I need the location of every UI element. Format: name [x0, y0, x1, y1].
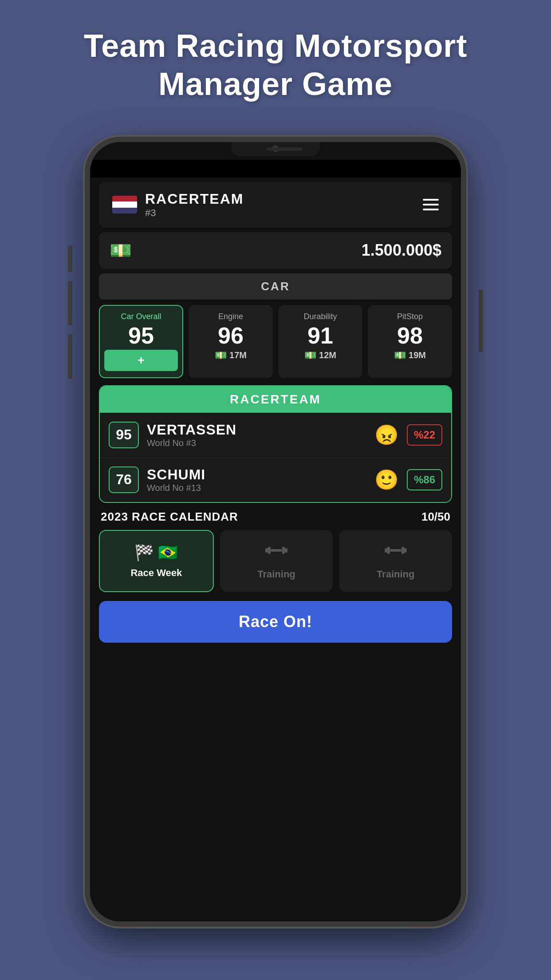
- driver2-name: SCHUMI: [147, 466, 366, 483]
- team-section-body: 95 VERTASSEN World No #3 😠 %22 76: [100, 413, 451, 502]
- engine-value: 96: [218, 324, 244, 347]
- durability-label: Durability: [303, 312, 337, 321]
- header-left: RACERTEAM #3: [112, 191, 244, 219]
- car-section-label: CAR: [99, 273, 452, 300]
- money-bar: 💵 1.500.000$: [99, 232, 452, 269]
- calendar-title: 2023 RACE CALENDAR: [101, 510, 238, 524]
- calendar-item-training-1[interactable]: Training: [220, 530, 333, 592]
- phone-mockup: RACERTEAM #3 💵 1.500.000$ CAR: [76, 121, 475, 942]
- brazil-flag-icon: 🇧🇷: [158, 543, 178, 562]
- driver1-mood-icon: 😠: [374, 423, 399, 447]
- flag-stripe-white: [112, 202, 137, 208]
- driver1-world: World No #3: [147, 438, 366, 448]
- calendar-items: 🏁 🇧🇷 Race Week: [99, 530, 452, 592]
- upgrade-button[interactable]: +: [104, 350, 178, 371]
- race-on-button[interactable]: Race On!: [99, 601, 452, 643]
- driver-row-2[interactable]: 76 SCHUMI World No #13 🙂 %86: [100, 458, 451, 502]
- calendar-item-race-week[interactable]: 🏁 🇧🇷 Race Week: [99, 530, 214, 592]
- driver1-stamina: %22: [407, 424, 442, 446]
- volume-down-button: [68, 245, 72, 272]
- team-flag: [112, 196, 137, 213]
- race-week-icons: 🏁 🇧🇷: [134, 543, 178, 562]
- engine-cost-icon: 💵: [215, 350, 227, 361]
- driver-row-1[interactable]: 95 VERTASSEN World No #3 😠 %22: [100, 413, 451, 458]
- flag-stripe-blue: [112, 208, 137, 213]
- durability-cost-icon: 💵: [304, 350, 316, 361]
- phone-content: RACERTEAM #3 💵 1.500.000$ CAR: [90, 142, 461, 921]
- training2-icon: [385, 541, 407, 563]
- page-title: Team Racing Motorsport Manager Game: [48, 0, 503, 121]
- durability-cost-value: 12M: [319, 350, 336, 360]
- engine-label: Engine: [218, 312, 243, 321]
- training1-icon: [265, 541, 287, 563]
- svg-rect-9: [403, 548, 407, 553]
- money-icon: 💵: [110, 240, 132, 261]
- team-number: #3: [145, 207, 244, 219]
- calendar-header: 2023 RACE CALENDAR 10/50: [99, 510, 452, 524]
- engine-card: Engine 96 💵 17M: [189, 305, 273, 378]
- menu-line-top: [423, 199, 439, 201]
- svg-rect-6: [387, 547, 390, 554]
- volume-up-button: [68, 281, 72, 325]
- calendar-item-training-2[interactable]: Training: [339, 530, 452, 592]
- team-section-header: RACERTEAM: [100, 386, 451, 413]
- engine-cost-value: 17M: [229, 350, 247, 360]
- driver2-info: SCHUMI World No #13: [147, 466, 366, 493]
- team-section: RACERTEAM 95 VERTASSEN World No #3 😠 %22: [99, 385, 452, 503]
- calendar-progress: 10/50: [421, 510, 450, 524]
- app-header: RACERTEAM #3: [99, 182, 452, 228]
- race-week-label: Race Week: [130, 567, 182, 579]
- pitstop-value: 98: [397, 324, 423, 347]
- svg-rect-7: [390, 549, 401, 552]
- phone-notch: [231, 142, 320, 156]
- flag-stripe-red: [112, 196, 137, 202]
- driver2-rating: 76: [109, 466, 139, 493]
- svg-rect-1: [268, 547, 271, 554]
- training2-label: Training: [377, 569, 415, 580]
- car-overall-card: Car Overall 95 +: [99, 305, 183, 378]
- driver2-stamina: %86: [407, 469, 442, 490]
- driver2-mood-icon: 🙂: [374, 468, 399, 491]
- power-button: [479, 290, 483, 352]
- menu-line-bot: [423, 209, 439, 210]
- driver2-world: World No #13: [147, 483, 366, 493]
- driver1-rating: 95: [109, 422, 139, 448]
- pitstop-cost-icon: 💵: [394, 350, 406, 361]
- training1-label: Training: [257, 569, 295, 580]
- phone-frame: RACERTEAM #3 💵 1.500.000$ CAR: [85, 137, 466, 927]
- hamburger-menu-button[interactable]: [423, 199, 439, 210]
- team-name: RACERTEAM: [145, 191, 244, 207]
- svg-rect-4: [284, 548, 287, 553]
- driver1-info: VERTASSEN World No #3: [147, 422, 366, 448]
- pitstop-cost-value: 19M: [409, 350, 426, 360]
- durability-card: Durability 91 💵 12M: [278, 305, 362, 378]
- driver1-name: VERTASSEN: [147, 422, 366, 438]
- svg-rect-2: [271, 549, 282, 552]
- overall-value: 95: [128, 324, 154, 347]
- pitstop-label: PitStop: [397, 312, 423, 321]
- pitstop-card: PitStop 98 💵 19M: [368, 305, 452, 378]
- overall-label: Car Overall: [121, 312, 161, 321]
- durability-value: 91: [307, 324, 333, 347]
- phone-speaker: [267, 147, 302, 151]
- engine-cost: 💵 17M: [215, 350, 247, 361]
- money-amount: 1.500.000$: [362, 241, 441, 260]
- pitstop-cost: 💵 19M: [394, 350, 426, 361]
- volume-mid-button: [68, 334, 72, 379]
- team-info: RACERTEAM #3: [145, 191, 244, 219]
- car-stats: Car Overall 95 + Engine 96 💵 17M Durabil…: [99, 305, 452, 378]
- menu-line-mid: [423, 204, 439, 205]
- durability-cost: 💵 12M: [304, 350, 336, 361]
- checkered-flag-icon: 🏁: [134, 543, 154, 562]
- status-bar: [90, 160, 461, 178]
